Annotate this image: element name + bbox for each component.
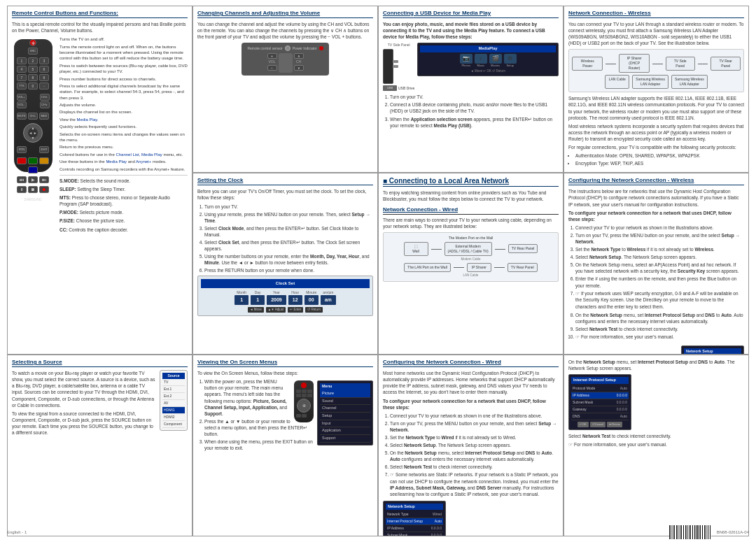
wireless-netsetup-body: On the Network Setup menu, set Internet … bbox=[568, 359, 744, 448]
cw-step-4: Select Network Setup. The Network Setup … bbox=[575, 254, 744, 260]
green-btn-graphic bbox=[28, 157, 38, 164]
btn-3: 3 bbox=[39, 57, 49, 64]
nav-circle: ▲◄ ► ▼ bbox=[23, 123, 43, 143]
samsung-logo-remote: SAMSUNG bbox=[14, 197, 52, 202]
remote-annotations: Turns the TV on and off. Turns the remot… bbox=[59, 36, 188, 234]
source-btn-graphic: SRC bbox=[28, 48, 38, 55]
hour-field: Hour 12 bbox=[288, 290, 302, 305]
usb-diagram-area: TV Side Panel USB USB Drive MediaPlay bbox=[383, 43, 559, 91]
remote-control-section: Remote Control Buttons and Functions: Th… bbox=[7, 6, 192, 355]
year-val: 2009 bbox=[267, 295, 286, 305]
vol-up: VOL+ bbox=[17, 94, 27, 101]
cwd-step-6: Select Network Test to check internet co… bbox=[390, 464, 559, 470]
cwd-step-7: Some networks are Static IP networks. If… bbox=[390, 471, 559, 497]
wireless-section: Network Connection - Wireless You can co… bbox=[564, 6, 749, 173]
clock-step-1: Turn on your TV. bbox=[204, 204, 373, 210]
vol-down: VOL- bbox=[17, 101, 27, 108]
rs-btn-7 bbox=[296, 414, 301, 418]
usb-media-body: You can enjoy photo, music, and movie fi… bbox=[383, 21, 559, 129]
btn-6: 6 bbox=[39, 66, 49, 73]
month-field: Month 1 bbox=[234, 290, 248, 305]
netsetup-header: Network Setup bbox=[684, 348, 741, 355]
minute-val: 00 bbox=[304, 295, 318, 305]
wireless-security: Most wireless network systems incorporat… bbox=[568, 123, 744, 142]
tv-rear-panel2: TV Rear Panel bbox=[507, 263, 538, 272]
media-screen-graphic: MediaPlay 📷 Photos ♪ Music 🎬 bbox=[417, 43, 559, 76]
source-selector-graphic: Source TV Ext.1 Ext.2 AV HDMI1 HDMI2 Com… bbox=[160, 370, 188, 431]
src-hdmi2: HDMI2 bbox=[162, 414, 185, 421]
select-network-note: On the Network Setup menu, set Internet … bbox=[568, 359, 744, 371]
menu-channel: Channel bbox=[320, 405, 370, 413]
on-screen-menus-title: Viewing the On Screen Menus bbox=[197, 359, 373, 367]
ann-chlist: Displays the channel list on the screen. bbox=[59, 109, 188, 115]
btn-2: 2 bbox=[28, 57, 38, 64]
wireless-title: Network Connection - Wireless bbox=[568, 10, 744, 18]
middle-btns: MUTE CH.L MED bbox=[14, 111, 52, 121]
btn-dash: - bbox=[39, 83, 49, 90]
movies-label: Movies bbox=[489, 64, 502, 68]
photos-icon: 📷 bbox=[460, 54, 472, 64]
wireless-note-8: Select Network Test to check internet co… bbox=[568, 433, 744, 439]
hour-val: 12 bbox=[288, 295, 302, 305]
btn-5: 5 bbox=[28, 66, 38, 73]
mts-desc: MTS: Press to choose stereo, mono or Sep… bbox=[59, 194, 188, 207]
ip-sharer-box: IP Sharer(DHCP Router) bbox=[619, 54, 650, 73]
lan-cable-label2: LAN Cable bbox=[386, 273, 555, 278]
ampm-val: am bbox=[321, 295, 336, 305]
ip-router: IP Sharer bbox=[467, 263, 491, 272]
wireless-protocols: Samsung's Wireless LAN adapter supports … bbox=[568, 95, 744, 120]
rs-body-graphic: ⊕ bbox=[294, 380, 314, 422]
media-icons-display: 📷 Photos ♪ Music 🎬 Movies bbox=[420, 54, 556, 68]
src-tv: TV bbox=[162, 379, 185, 386]
power-btn-graphic: ⏻ bbox=[29, 39, 36, 46]
ch-remote-body: Remote control sensor Power Indicator + … bbox=[241, 43, 328, 76]
cwd-step-4: Select Network Setup. The Network Setup … bbox=[390, 442, 559, 448]
config-wired-steps: Connect your TV to your network as shown… bbox=[390, 413, 559, 498]
rs-btn-3 bbox=[307, 390, 312, 393]
rec-btn: ⏺ bbox=[39, 186, 49, 193]
psize-desc: P.SIZE: Choose the picture size. bbox=[59, 217, 188, 224]
ips-btns: ↵ OK ↺ Cancel ⬅ Return bbox=[571, 422, 629, 427]
month-label: Month bbox=[234, 290, 248, 295]
setup-icon: ⚙ bbox=[504, 54, 517, 64]
usb-drive-label: USB Drive bbox=[398, 86, 414, 91]
cwd-step-1: Connect your TV to your network as shown… bbox=[390, 413, 559, 419]
src-ext2: Ext.2 bbox=[162, 393, 185, 400]
ann-nav: Selects the on-screen menu items and cha… bbox=[59, 131, 188, 143]
tv-serial-box: TV Side Panel bbox=[666, 57, 695, 71]
cw-step-8: On the Network Setup menu, set Internet … bbox=[575, 312, 744, 325]
wns-row-1: Network Type Wired bbox=[386, 511, 443, 518]
tv-side-graphic bbox=[383, 49, 393, 84]
src-av: AV bbox=[162, 400, 185, 407]
vol-plus-graphic: + bbox=[267, 53, 277, 59]
wall-port: ⬚Wall bbox=[404, 242, 428, 256]
stop-btn: ⏹ bbox=[28, 186, 38, 193]
wns-val-2: Auto bbox=[435, 519, 442, 524]
tv-rear-panel: TV Rear Panel bbox=[508, 244, 538, 253]
ann-source: Press to switch between the sources (Blu… bbox=[59, 63, 188, 75]
wns-label-1: Network Type bbox=[387, 512, 408, 517]
move-hint: ◄ Move bbox=[248, 307, 264, 313]
menus-intro: To view the On Screen Menus, follow thes… bbox=[197, 370, 373, 376]
rs-btn-4 bbox=[296, 394, 301, 397]
sensor-dot bbox=[285, 45, 290, 51]
ch-down: CH∨ bbox=[40, 101, 50, 108]
cw-step-5: On the Network Setup menu, select an AP(… bbox=[575, 262, 744, 274]
setting-clock-body: Before you can use your TV's On/Off Time… bbox=[197, 188, 373, 316]
ips-ok-btn: ↵ OK bbox=[578, 422, 589, 427]
network-setup-screen: Network Setup Select a network Not Selec… bbox=[681, 345, 744, 355]
ann-vol: Adjusts the volume. bbox=[59, 102, 188, 108]
exit-btn-graphic: EXIT bbox=[39, 146, 49, 153]
wns-val-1: Wired bbox=[433, 512, 442, 517]
media-play-btns: ⏮ ▶ ⏭ bbox=[14, 175, 52, 185]
remote-control-body: This is a special remote control for the… bbox=[12, 21, 188, 235]
changing-channels-text: You can change the channel and adjust th… bbox=[197, 21, 373, 40]
usb-port-2 bbox=[393, 65, 398, 68]
usb-step-1: Turn on your TV. bbox=[390, 94, 559, 100]
clock-step-6: Press the RETURN button on your remote w… bbox=[204, 267, 373, 273]
small-remote-graphic: ⊕ bbox=[294, 380, 314, 422]
wired-diagram: The Modem Port on the Wall ⬚Wall Externa… bbox=[383, 232, 559, 283]
on-screen-menus-body: To view the On Screen Menus, follow thes… bbox=[197, 370, 373, 451]
auth-mode: Authentication Mode: OPEN, SHARED, WPAPS… bbox=[575, 152, 744, 159]
clock-intro: Before you can use your TV's On/Off Time… bbox=[197, 188, 373, 201]
